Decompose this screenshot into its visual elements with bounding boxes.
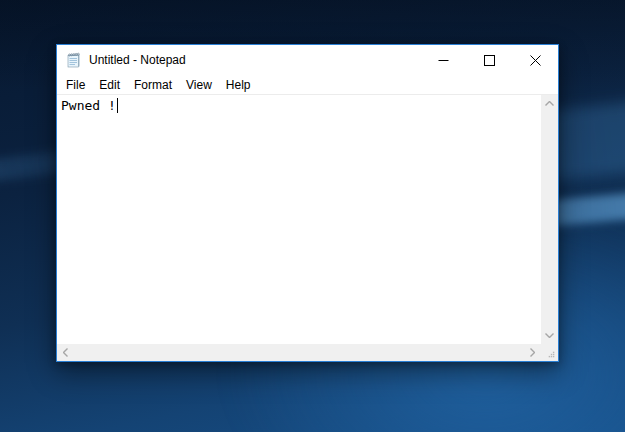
menu-item-help[interactable]: Help	[219, 76, 258, 94]
scroll-left-button[interactable]	[57, 344, 74, 361]
menu-item-edit[interactable]: Edit	[92, 76, 127, 94]
chevron-right-icon	[530, 348, 535, 357]
window-title: Untitled - Notepad	[89, 53, 420, 67]
scroll-down-button[interactable]	[541, 327, 558, 344]
chevron-down-icon	[545, 333, 554, 338]
menubar: File Edit Format View Help	[57, 75, 558, 95]
resize-grip-icon[interactable]	[548, 351, 558, 361]
menu-item-view[interactable]: View	[179, 76, 219, 94]
minimize-icon	[438, 55, 449, 66]
chevron-left-icon	[63, 348, 68, 357]
close-button[interactable]	[512, 45, 558, 75]
vertical-scrollbar[interactable]	[541, 95, 558, 344]
text-caret	[117, 98, 118, 113]
caption-buttons	[420, 45, 558, 75]
minimize-button[interactable]	[420, 45, 466, 75]
text-area[interactable]: Pwned !	[57, 95, 541, 344]
horizontal-scrollbar[interactable]	[57, 344, 541, 361]
notepad-icon	[65, 51, 83, 69]
scroll-right-button[interactable]	[524, 344, 541, 361]
chevron-up-icon	[545, 101, 554, 106]
scroll-up-button[interactable]	[541, 95, 558, 112]
notepad-window: Untitled - Notepad File Edit Fo	[56, 44, 559, 362]
close-icon	[530, 55, 541, 66]
titlebar[interactable]: Untitled - Notepad	[57, 45, 558, 75]
menu-item-file[interactable]: File	[59, 76, 92, 94]
menu-item-format[interactable]: Format	[127, 76, 179, 94]
maximize-button[interactable]	[466, 45, 512, 75]
scrollbar-corner	[541, 344, 558, 361]
maximize-icon	[484, 55, 495, 66]
editor-text: Pwned !	[61, 98, 116, 113]
client-area: Pwned !	[57, 95, 558, 361]
